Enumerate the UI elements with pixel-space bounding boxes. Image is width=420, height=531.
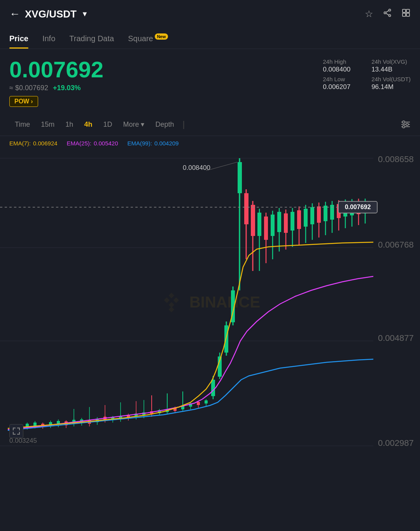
tab-trading-data[interactable]: Trading Data (69, 28, 114, 49)
interval-1h[interactable]: 1h (60, 118, 79, 131)
price-change-percent: +19.03% (53, 84, 81, 92)
svg-rect-105 (257, 213, 261, 236)
svg-text:0.006768: 0.006768 (378, 240, 414, 250)
candles-left (0, 158, 373, 432)
price-left: 0.007692 ≈ $0.007692 +19.03% POW › (9, 58, 103, 107)
divider: | (182, 119, 185, 129)
fullscreen-button[interactable] (9, 424, 23, 438)
chart-controls: Time 15m 1h 4h 1D More ▾ Depth | (0, 113, 420, 136)
chart-area[interactable]: BINANCE 0.008658 0.006768 0.004877 0.002… (0, 150, 420, 454)
header-left: ← XVG/USDT ▼ (9, 8, 360, 20)
tab-square[interactable]: SquareNew (128, 28, 168, 49)
tab-price[interactable]: Price (9, 28, 28, 49)
more-button[interactable]: More ▾ (117, 118, 150, 131)
chart-settings-icon[interactable] (401, 120, 411, 129)
ema25-item: EMA(25): 0.005420 (67, 140, 118, 147)
tab-info[interactable]: Info (42, 28, 55, 49)
trading-pair-title: XVG/USDT (25, 8, 77, 20)
pow-badge[interactable]: POW › (9, 96, 38, 107)
time-label: Time (9, 118, 35, 131)
svg-rect-89 (205, 400, 208, 403)
svg-line-4 (386, 13, 388, 15)
ema99-label: EMA(99): (128, 140, 152, 147)
price-stats: 24h High 0.008400 24h Vol(XVG) 13.44B 24… (323, 58, 411, 91)
depth-button[interactable]: Depth (150, 118, 179, 131)
ema7-item: EMA(7): 0.006924 (9, 140, 58, 147)
svg-rect-20 (0, 150, 373, 454)
pair-dropdown-icon[interactable]: ▼ (81, 10, 88, 18)
svg-rect-115 (290, 212, 294, 231)
24h-high-label: 24h High (323, 58, 362, 65)
interval-1d[interactable]: 1D (98, 118, 117, 131)
svg-point-1 (384, 12, 386, 14)
svg-rect-103 (251, 205, 255, 236)
svg-rect-113 (284, 213, 288, 233)
24h-low-label: 24h Low (323, 76, 362, 82)
svg-rect-5 (402, 9, 406, 12)
24h-vol-usdt-label: 24h Vol(USDT) (371, 76, 411, 82)
ema25-label: EMA(25): (67, 140, 91, 147)
svg-rect-6 (406, 9, 410, 12)
svg-point-14 (402, 126, 405, 128)
price-usd: ≈ $0.007692 (9, 84, 48, 92)
header: ← XVG/USDT ▼ ☆ (0, 0, 420, 28)
svg-rect-101 (244, 193, 248, 224)
back-button[interactable]: ← (9, 8, 20, 20)
svg-rect-119 (304, 209, 308, 227)
svg-text:0.008658: 0.008658 (378, 154, 414, 164)
svg-rect-107 (264, 217, 268, 240)
svg-text:0.007692: 0.007692 (345, 204, 371, 210)
share-icon[interactable] (383, 8, 392, 20)
svg-rect-8 (406, 13, 410, 16)
ema99-value: 0.004209 (154, 140, 179, 147)
24h-low-value: 0.006207 (323, 83, 362, 91)
price-section: 0.007692 ≈ $0.007692 +19.03% POW › 24h H… (0, 49, 420, 113)
svg-rect-121 (310, 207, 314, 224)
svg-point-0 (389, 9, 391, 11)
svg-line-3 (386, 10, 388, 12)
svg-point-13 (406, 123, 408, 126)
svg-rect-117 (297, 210, 301, 229)
svg-rect-125 (324, 206, 327, 221)
svg-rect-7 (402, 13, 406, 16)
svg-text:0.002987: 0.002987 (378, 438, 414, 448)
new-badge: New (155, 33, 168, 40)
interval-15m[interactable]: 15m (35, 118, 60, 131)
24h-vol-xvg-value: 13.44B (371, 66, 411, 73)
ema7-value: 0.006924 (33, 140, 58, 147)
tabs-bar: Price Info Trading Data SquareNew (0, 28, 420, 49)
svg-point-12 (402, 121, 405, 123)
current-price: 0.007692 (9, 58, 103, 81)
svg-rect-123 (317, 206, 321, 223)
watchlist-star-icon[interactable]: ☆ (365, 9, 373, 19)
24h-vol-xvg-label: 24h Vol(XVG) (371, 58, 411, 65)
svg-rect-111 (277, 212, 281, 232)
ema99-item: EMA(99): 0.004209 (128, 140, 179, 147)
svg-rect-36 (33, 423, 37, 426)
svg-rect-109 (271, 215, 275, 236)
ema7-label: EMA(7): (9, 140, 31, 147)
svg-text:0.004877: 0.004877 (378, 333, 414, 343)
svg-rect-87 (197, 402, 200, 405)
24h-vol-usdt-value: 96.14M (371, 83, 411, 91)
svg-rect-99 (238, 162, 242, 193)
header-icons: ☆ (365, 8, 411, 20)
svg-text:0.008400: 0.008400 (183, 164, 210, 171)
svg-point-2 (389, 15, 391, 17)
interval-4h[interactable]: 4h (79, 118, 98, 131)
grid-view-icon[interactable] (401, 8, 411, 20)
price-chart-svg: 0.008658 0.006768 0.004877 0.002987 (0, 150, 420, 454)
svg-rect-91 (211, 380, 215, 396)
24h-high-value: 0.008400 (323, 66, 362, 73)
ema25-value: 0.005420 (94, 140, 118, 147)
ema-legend: EMA(7): 0.006924 EMA(25): 0.005420 EMA(9… (0, 136, 420, 150)
svg-line-142 (206, 162, 237, 171)
